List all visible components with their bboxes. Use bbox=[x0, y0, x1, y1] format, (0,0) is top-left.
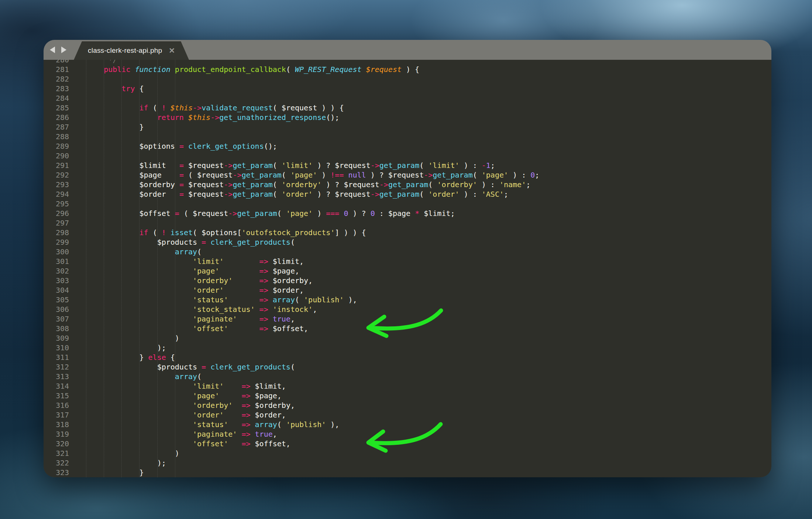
line-number: 306 bbox=[44, 305, 69, 314]
line-number: 312 bbox=[44, 362, 69, 372]
code-line: 308 'offset' => $offset, bbox=[44, 324, 771, 333]
code-text: } bbox=[86, 122, 144, 132]
line-number: 304 bbox=[44, 285, 69, 295]
code-text: 'orderby' => $orderby, bbox=[86, 401, 295, 410]
nav-forward-button[interactable] bbox=[60, 46, 68, 54]
code-text: 'offset' => $offset, bbox=[86, 324, 308, 333]
code-text: 'page' => $page, bbox=[86, 391, 282, 401]
line-number: 281 bbox=[44, 65, 69, 74]
code-text: $limit = $request->get_param( 'limit' ) … bbox=[86, 161, 495, 170]
code-line: 310 ); bbox=[44, 343, 771, 353]
line-number: 299 bbox=[44, 237, 69, 247]
line-number: 305 bbox=[44, 295, 69, 305]
code-line: 307 'paginate' => true, bbox=[44, 314, 771, 324]
forward-triangle-icon bbox=[61, 47, 66, 53]
code-line: 318 'status' => array( 'publish' ), bbox=[44, 420, 771, 429]
code-line: 297 bbox=[44, 218, 771, 228]
code-line: 314 'limit' => $limit, bbox=[44, 381, 771, 391]
line-number: 293 bbox=[44, 180, 69, 189]
back-triangle-icon bbox=[50, 47, 55, 53]
line-number: 287 bbox=[44, 122, 69, 132]
code-line: 288 bbox=[44, 132, 771, 141]
code-line: 289 $options = clerk_get_options(); bbox=[44, 141, 771, 151]
line-number: 300 bbox=[44, 247, 69, 257]
code-text: 'paginate' => true, bbox=[86, 429, 277, 439]
code-line: 309 ) bbox=[44, 333, 771, 343]
line-number: 310 bbox=[44, 343, 69, 353]
line-number: 290 bbox=[44, 151, 69, 161]
code-text: } else { bbox=[86, 353, 175, 362]
code-text: 'page' => $page, bbox=[86, 266, 299, 276]
code-text: 'order' => $order, bbox=[86, 410, 286, 420]
code-line: 299 $products = clerk_get_products( bbox=[44, 237, 771, 247]
code-text: 'status' => array( 'publish' ), bbox=[86, 295, 357, 305]
line-number: 288 bbox=[44, 132, 69, 141]
code-line: 311 } else { bbox=[44, 353, 771, 362]
code-line: 322 ); bbox=[44, 458, 771, 468]
code-text: ) bbox=[86, 448, 179, 458]
code-editor[interactable]: 280 */281 public function product_endpoi… bbox=[44, 60, 771, 477]
code-line: 317 'order' => $order, bbox=[44, 410, 771, 420]
code-text: 'limit' => $limit, bbox=[86, 381, 286, 391]
line-number: 322 bbox=[44, 458, 69, 468]
code-line: 290 bbox=[44, 151, 771, 161]
code-text: array( bbox=[86, 247, 202, 257]
code-line: 292 $page = ( $request->get_param( 'page… bbox=[44, 170, 771, 180]
code-line: 283 try { bbox=[44, 84, 771, 93]
code-text: 'limit' => $limit, bbox=[86, 257, 304, 266]
line-number: 294 bbox=[44, 189, 69, 199]
code-text: $page = ( $request->get_param( 'page' ) … bbox=[86, 170, 539, 180]
code-line: 294 $order = $request->get_param( 'order… bbox=[44, 189, 771, 199]
line-number: 289 bbox=[44, 141, 69, 151]
code-text: 'offset' => $offset, bbox=[86, 439, 290, 448]
line-number: 318 bbox=[44, 420, 69, 429]
line-number: 297 bbox=[44, 218, 69, 228]
code-line: 312 $products = clerk_get_products( bbox=[44, 362, 771, 372]
code-text: 'status' => array( 'publish' ), bbox=[86, 420, 339, 429]
code-line: 286 return $this->get_unathorized_respon… bbox=[44, 113, 771, 122]
line-number: 301 bbox=[44, 257, 69, 266]
code-line: 319 'paginate' => true, bbox=[44, 429, 771, 439]
code-text: $orderby = $request->get_param( 'orderby… bbox=[86, 180, 530, 189]
code-text: try { bbox=[86, 84, 144, 93]
line-number: 295 bbox=[44, 199, 69, 209]
code-line: 285 if ( ! $this->validate_request( $req… bbox=[44, 103, 771, 113]
tab-bar: class-clerk-rest-api.php ✕ bbox=[44, 40, 771, 60]
code-text: if ( ! $this->validate_request( $request… bbox=[86, 103, 344, 113]
screenshot-stage: class-clerk-rest-api.php ✕ 280 */281 pub… bbox=[0, 0, 812, 519]
code-line: 313 array( bbox=[44, 372, 771, 381]
code-editor-window: class-clerk-rest-api.php ✕ 280 */281 pub… bbox=[44, 40, 771, 477]
code-text: $offset = ( $request->get_param( 'page' … bbox=[86, 209, 455, 218]
line-number: 292 bbox=[44, 170, 69, 180]
line-number: 286 bbox=[44, 113, 69, 122]
code-line: 296 $offset = ( $request->get_param( 'pa… bbox=[44, 209, 771, 218]
line-number: 285 bbox=[44, 103, 69, 113]
code-line: 282 bbox=[44, 74, 771, 84]
code-line: 305 'status' => array( 'publish' ), bbox=[44, 295, 771, 305]
code-line: 304 'order' => $order, bbox=[44, 285, 771, 295]
line-number: 320 bbox=[44, 439, 69, 448]
code-text: public function product_endpoint_callbac… bbox=[86, 65, 419, 74]
code-text: ) bbox=[86, 333, 179, 343]
line-number: 298 bbox=[44, 228, 69, 237]
code-text: $order = $request->get_param( 'order' ) … bbox=[86, 189, 508, 199]
file-tab[interactable]: class-clerk-rest-api.php ✕ bbox=[74, 41, 189, 60]
code-text: 'order' => $order, bbox=[86, 285, 304, 295]
line-number: 291 bbox=[44, 161, 69, 170]
code-lines: 280 */281 public function product_endpoi… bbox=[44, 60, 771, 477]
close-icon[interactable]: ✕ bbox=[169, 47, 175, 54]
code-line: 280 */ bbox=[44, 60, 771, 65]
code-text: 'orderby' => $orderby, bbox=[86, 276, 313, 285]
line-number: 317 bbox=[44, 410, 69, 420]
code-line: 320 'offset' => $offset, bbox=[44, 439, 771, 448]
code-line: 293 $orderby = $request->get_param( 'ord… bbox=[44, 180, 771, 189]
code-line: 302 'page' => $page, bbox=[44, 266, 771, 276]
line-number: 302 bbox=[44, 266, 69, 276]
code-line: 321 ) bbox=[44, 448, 771, 458]
tab-nav-controls bbox=[44, 46, 74, 54]
nav-back-button[interactable] bbox=[48, 46, 56, 54]
code-line: 281 public function product_endpoint_cal… bbox=[44, 65, 771, 74]
line-number: 314 bbox=[44, 381, 69, 391]
code-text: 'stock_status' => 'instock', bbox=[86, 305, 317, 314]
code-text: return $this->get_unathorized_response()… bbox=[86, 113, 339, 122]
